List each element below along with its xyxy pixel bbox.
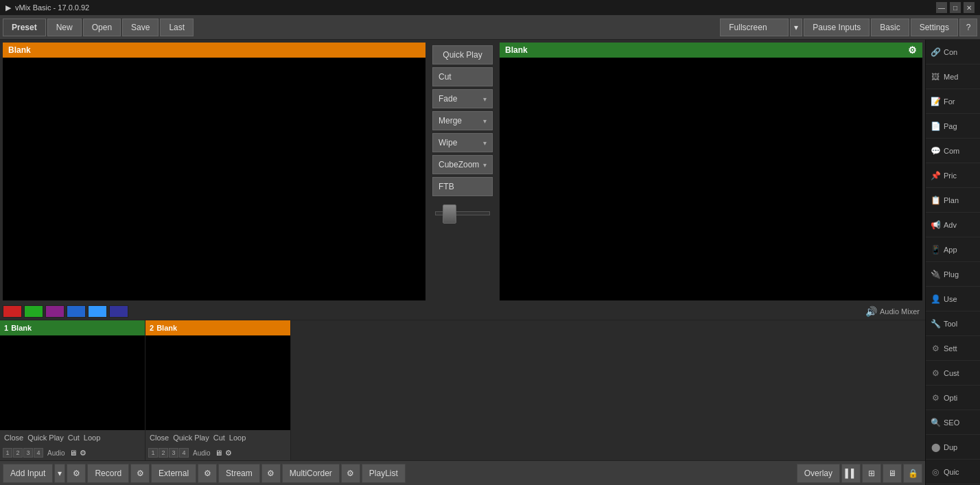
right-panel-item-opti[interactable]: ⚙ Opti [926, 386, 980, 410]
transition-controls: Quick Play Cut Fade ▾ Merge ▾ Wipe ▾ Cub… [428, 43, 497, 300]
add-input-button[interactable]: Add Input [3, 464, 53, 483]
input-1-num-3[interactable]: 3 [23, 448, 33, 458]
input-2-monitor-icon[interactable]: 🖥 [215, 449, 222, 457]
input-2-sub-controls: 1 2 3 4 Audio 🖥 ⚙ [145, 445, 290, 460]
input-2-close-btn[interactable]: Close [148, 434, 170, 442]
fade-button[interactable]: Fade ▾ [432, 89, 493, 108]
multicorder-button[interactable]: MultiCorder [282, 464, 340, 483]
overlay-bars-icon[interactable]: ▌▌ [841, 464, 861, 483]
overlay-lock-icon[interactable]: 🔒 [903, 464, 922, 483]
input-1-num-1[interactable]: 1 [3, 448, 12, 458]
external-button[interactable]: External [151, 464, 196, 483]
playlist-button[interactable]: PlayList [362, 464, 406, 483]
right-panel-item-plan[interactable]: 📋 Plan [926, 188, 980, 213]
right-panel-item-page[interactable]: 📄 Pag [926, 114, 980, 139]
color-btn-lightblue[interactable] [88, 305, 107, 318]
basic-button[interactable]: Basic [871, 19, 909, 36]
fade-slider-track[interactable] [435, 211, 490, 215]
input-1-gear-icon[interactable]: ⚙ [80, 449, 86, 458]
merge-button[interactable]: Merge ▾ [432, 111, 493, 130]
color-btn-purple[interactable] [45, 305, 65, 318]
fade-slider-handle[interactable] [443, 204, 456, 224]
minimize-button[interactable]: — [936, 2, 947, 13]
input-2-num-1[interactable]: 1 [148, 448, 158, 458]
right-panel-item-cust[interactable]: ⚙ Cust [926, 361, 980, 386]
input-2-num-4[interactable]: 4 [179, 448, 189, 458]
input-1-loop-btn[interactable]: Loop [82, 434, 102, 442]
stream-button[interactable]: Stream [218, 464, 260, 483]
last-button[interactable]: Last [160, 19, 194, 36]
color-btn-green[interactable] [24, 305, 43, 318]
program-settings-icon[interactable]: ⚙ [908, 45, 917, 56]
input-2-quick-play-btn[interactable]: Quick Play [172, 434, 211, 442]
color-btn-darkblue[interactable] [109, 305, 128, 318]
maximize-button[interactable]: □ [950, 2, 961, 13]
fullscreen-dropdown-icon[interactable]: ▾ [790, 19, 802, 36]
open-button[interactable]: Open [83, 19, 121, 36]
fullscreen-button[interactable]: Fullscreen [720, 19, 789, 36]
input-1-monitor-icon[interactable]: 🖥 [69, 449, 77, 457]
pause-inputs-button[interactable]: Pause Inputs [804, 19, 870, 36]
multicorder-gear-btn[interactable]: ⚙ [341, 464, 360, 483]
right-panel-item-dup[interactable]: ⬤ Dup [926, 435, 980, 460]
help-button[interactable]: ? [959, 19, 977, 36]
input-2-screen [145, 335, 290, 430]
right-panel-item-sett[interactable]: ⚙ Sett [926, 336, 980, 361]
use-icon: 👤 [930, 294, 941, 305]
com-icon: 💬 [930, 145, 941, 156]
overlay-button[interactable]: Overlay [797, 464, 840, 483]
save-button[interactable]: Save [122, 19, 159, 36]
record-gear-btn[interactable]: ⚙ [130, 464, 150, 483]
close-button[interactable]: ✕ [964, 2, 975, 13]
cubezoom-button[interactable]: CubeZoom ▾ [432, 155, 493, 174]
right-panel-label-dup: Dup [944, 443, 957, 451]
input-row: 1 Blank Close Quick Play Cut Loop 1 2 3 … [0, 320, 925, 460]
right-panel-item-con[interactable]: 🔗 Con [926, 40, 980, 64]
input-2-gear-icon[interactable]: ⚙ [225, 449, 232, 458]
input-1-cut-btn[interactable]: Cut [67, 434, 81, 442]
med-icon: 🖼 [930, 71, 941, 82]
cut-button[interactable]: Cut [432, 67, 493, 86]
right-panel-item-plug[interactable]: 🔌 Plug [926, 262, 980, 287]
input-1-close-btn[interactable]: Close [3, 434, 25, 442]
overlay-grid-icon[interactable]: ⊞ [862, 464, 881, 483]
input-2-loop-btn[interactable]: Loop [228, 434, 247, 442]
external-gear-btn[interactable]: ⚙ [198, 464, 217, 483]
input-1-num-2[interactable]: 2 [13, 448, 23, 458]
right-panel-label-page: Pag [944, 122, 957, 130]
quick-play-button[interactable]: Quick Play [432, 45, 493, 64]
right-panel-item-med[interactable]: 🖼 Med [926, 64, 980, 89]
input-1-num: 1 [4, 324, 8, 332]
overlay-display-icon[interactable]: 🖥 [883, 464, 902, 483]
color-btn-blue[interactable] [67, 305, 86, 318]
input-1-num-4[interactable]: 4 [34, 448, 43, 458]
audio-mixer-button[interactable]: Audio Mixer [880, 307, 920, 316]
new-button[interactable]: New [47, 19, 82, 36]
preview-label-bar: Blank [3, 43, 425, 58]
input-1-quick-play-btn[interactable]: Quick Play [26, 434, 65, 442]
input-2-num-2[interactable]: 2 [159, 448, 168, 458]
right-panel-item-seo[interactable]: 🔍 SEO [926, 410, 980, 435]
color-btn-red[interactable] [3, 305, 22, 318]
right-panel-item-adv[interactable]: 📢 Adv [926, 213, 980, 237]
audio-icon: 🔊 [865, 306, 877, 317]
ftb-button[interactable]: FTB [432, 177, 493, 196]
right-panel-item-form[interactable]: 📝 For [926, 89, 980, 114]
preview-label: Blank [8, 45, 31, 55]
preset-button[interactable]: Preset [3, 19, 46, 36]
right-panel-item-tool[interactable]: 🔧 Tool [926, 311, 980, 336]
right-panel-item-app[interactable]: 📱 App [926, 237, 980, 262]
record-button[interactable]: Record [87, 464, 129, 483]
stream-gear-btn[interactable]: ⚙ [261, 464, 281, 483]
right-panel-item-pric[interactable]: 📌 Pric [926, 163, 980, 188]
right-panel-label-app: App [944, 246, 957, 254]
settings-button[interactable]: Settings [911, 19, 958, 36]
right-panel-item-use[interactable]: 👤 Use [926, 287, 980, 311]
input-2-cut-btn[interactable]: Cut [212, 434, 226, 442]
input-2-num-3[interactable]: 3 [169, 448, 178, 458]
add-input-gear-btn[interactable]: ⚙ [67, 464, 86, 483]
wipe-button[interactable]: Wipe ▾ [432, 133, 493, 152]
right-panel-item-com[interactable]: 💬 Com [926, 139, 980, 163]
right-panel-item-quic[interactable]: ◎ Quic [926, 460, 980, 484]
add-input-dropdown-icon[interactable]: ▾ [54, 464, 65, 483]
